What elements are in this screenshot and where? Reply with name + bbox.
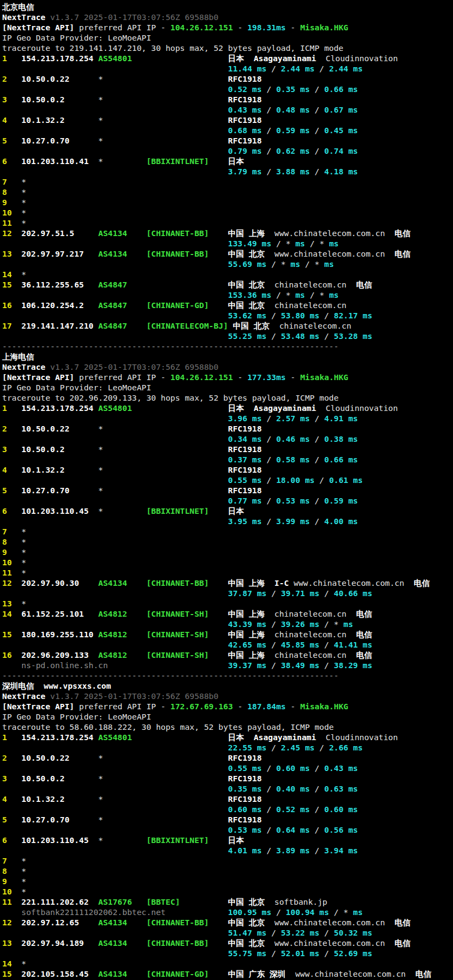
text-segment <box>244 54 254 63</box>
latency-value: 45.85 ms <box>281 640 319 649</box>
latency-value: 82.17 ms <box>334 311 372 320</box>
hop-latency: 22.55 ms / 2.45 ms / 2.66 ms <box>228 742 363 753</box>
text-segment: 10.50.0.2 <box>22 774 65 783</box>
hop-latency-line: 0.55 ms / 18.00 ms / 0.61 ms <box>2 475 453 485</box>
section-title: 北京电信 <box>2 2 34 11</box>
text-segment: AS4812 <box>99 650 127 659</box>
latency-value: 0.55 ms <box>228 475 261 485</box>
hop-line: 13202.97.94.189AS4134[CHINANET-BB]中国 北京 … <box>2 938 453 948</box>
hop-latency-line: 51.47 ms / 53.22 ms / 50.32 ms <box>2 927 453 938</box>
hop-number: 6 <box>2 506 7 516</box>
text-segment: * <box>22 527 27 536</box>
latency-value: 4.91 ms <box>324 414 358 423</box>
hop-number: 2 <box>2 753 7 763</box>
text-segment: 17 <box>2 321 12 330</box>
hop-star: * <box>22 197 27 207</box>
latency-value: 0.46 ms <box>276 434 310 443</box>
text-segment: 12 <box>2 228 12 238</box>
geo-segment: 电信 <box>414 578 430 587</box>
text-segment: * <box>319 290 324 299</box>
hop-ip: 202.97.51.5 <box>22 228 75 238</box>
hop-line: 10* <box>2 207 453 218</box>
text-segment <box>265 300 274 310</box>
text-segment: / <box>300 259 315 269</box>
latency-value: 2.57 ms <box>276 414 310 423</box>
hop-line: 10* <box>2 557 453 567</box>
text-segment: 2 <box>2 74 7 83</box>
latency-value: 0.68 ms <box>228 126 261 135</box>
text-segment: / <box>314 743 329 752</box>
hop-star: * <box>22 855 27 866</box>
text-segment: 8 <box>2 187 7 197</box>
text-segment: 15 <box>2 280 12 289</box>
text-segment <box>316 733 326 742</box>
hop-number: 13 <box>2 598 12 609</box>
hop-line: 210.50.0.22*RFC1918 <box>2 74 453 84</box>
hop-line: 1154.213.178.254AS54801日本 Asagayaminami … <box>2 732 453 742</box>
hop-geo: 中国 北京 chinatelecom.cn <box>228 300 346 310</box>
hop-tag: [BBIXINTLNET] <box>146 506 208 516</box>
hop-asn: * <box>99 156 103 166</box>
hop-number: 10 <box>2 207 12 218</box>
latency-value: 43.39 ms <box>228 619 266 629</box>
latency-value: 0.43 ms <box>324 763 358 773</box>
text-segment: * <box>99 774 103 783</box>
text-segment: AS54801 <box>99 403 132 413</box>
latency-value: 39.26 ms <box>281 619 319 629</box>
hop-latency-line: softbank221111202062.bbtec.net100.95 ms … <box>2 907 453 917</box>
text-segment: * <box>99 506 103 515</box>
hop-number: 8 <box>2 187 7 197</box>
latency-value: 22.55 ms <box>228 743 266 752</box>
text-segment: / <box>310 84 324 94</box>
hop-latency-line: 0.35 ms / 0.40 ms / 0.63 ms <box>2 783 453 794</box>
text-segment <box>316 403 326 413</box>
text-segment <box>346 630 356 639</box>
text-segment: AS17676 <box>99 897 132 906</box>
hop-number: 8 <box>2 866 7 876</box>
api-prefix: [NextTrace API] <box>2 373 74 382</box>
hop-asn: * <box>99 794 103 804</box>
geo-segment: chinatelecom.cn <box>274 650 346 659</box>
text-segment: 3 <box>2 445 7 454</box>
hop-number: 15 <box>2 969 12 979</box>
hop-asn: AS4134 <box>99 228 127 238</box>
text-segment: / <box>310 414 324 423</box>
latency-value: 0.60 ms <box>228 805 261 814</box>
hop-tag: [CHINANET-BB] <box>146 938 208 948</box>
hop-number: 7 <box>2 855 7 866</box>
hop-geo: RFC1918 <box>228 773 261 783</box>
text-segment: 4 <box>2 794 7 803</box>
hop-tag: [BBIXINTLNET] <box>146 835 208 845</box>
latency-value: 2.44 ms <box>281 64 314 73</box>
latency-value: 0.56 ms <box>324 825 358 834</box>
hop-asn: AS4847 <box>99 321 127 331</box>
latency-value: 0.60 ms <box>276 763 310 773</box>
geo-segment: www.chinatelecom.com.cn <box>295 969 405 978</box>
text-segment: * <box>22 537 27 546</box>
hop-tag: [CHINANET-BB] <box>146 228 208 238</box>
text-segment: * <box>334 619 339 629</box>
geo-segment: 日本 <box>228 403 244 413</box>
text-segment: / <box>310 517 324 526</box>
text-segment: 14 <box>2 609 12 618</box>
hop-star: * <box>22 876 27 886</box>
section-title-line: 北京电信 <box>2 2 453 12</box>
terminal: 北京电信NextTrace v1.3.7 2025-01-17T03:07:56… <box>0 0 453 979</box>
text-segment: 1 <box>2 403 7 413</box>
text-segment: * <box>319 239 324 248</box>
hop-line: 7* <box>2 177 453 187</box>
latency-value: 51.47 ms <box>228 928 266 937</box>
hop-latency: 153.36 ms / * ms / * ms <box>228 290 338 300</box>
text-segment <box>385 228 395 238</box>
hop-line: 9* <box>2 197 453 207</box>
hop-geo: 中国 北京 chinatelecom.cn 电信 <box>228 279 372 290</box>
text-segment: / <box>262 825 277 834</box>
geo-provider: IP Geo Data Provider: LeoMoeAPI <box>2 33 151 42</box>
hop-line: 8* <box>2 537 453 547</box>
hop-geo: RFC1918 <box>228 94 261 104</box>
hop-number: 9 <box>2 197 7 207</box>
hop-ip: 10.1.32.2 <box>22 794 65 804</box>
hop-number: 5 <box>2 135 7 146</box>
text-segment: * <box>99 486 103 495</box>
terminal-screenshot: { "colors": { "background": "#000000", "… <box>0 0 453 980</box>
